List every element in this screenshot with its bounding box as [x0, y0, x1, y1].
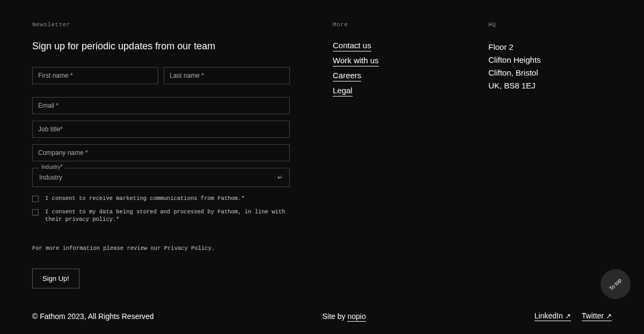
job-title-input[interactable] — [32, 121, 290, 138]
to-top-button[interactable]: To top — [601, 269, 631, 299]
marketing-consent-label: I consent to receive marketing communica… — [45, 195, 245, 203]
newsletter-heading: Sign up for periodic updates from our te… — [32, 41, 290, 52]
linkedin-label: LinkedIn — [535, 311, 563, 320]
company-name-input[interactable] — [32, 144, 290, 161]
industry-legend: Industry* — [39, 164, 64, 170]
last-name-input[interactable] — [164, 67, 290, 84]
external-arrow-icon: ↗ — [606, 312, 612, 320]
marketing-consent-row[interactable]: I consent to receive marketing communica… — [32, 195, 290, 203]
work-with-us-link[interactable]: Work with us — [333, 56, 379, 66]
privacy-consent-row[interactable]: I consent to my data being stored and pr… — [32, 208, 290, 224]
footer-bar: © Fathom 2023, All Rights Reserved Site … — [32, 311, 612, 321]
signup-button[interactable]: Sign Up! — [32, 269, 79, 288]
to-top-label: To top — [608, 277, 623, 291]
first-name-input[interactable] — [32, 67, 158, 84]
hq-label: HQ — [488, 21, 612, 28]
more-label: More — [333, 21, 445, 28]
industry-selected-value: Industry — [39, 174, 62, 181]
site-by-link[interactable]: nopio — [347, 312, 365, 322]
industry-select[interactable]: Industry* Industry ↵ — [32, 168, 290, 187]
address-line: Floor 2 — [488, 41, 612, 54]
legal-link[interactable]: Legal — [333, 86, 353, 97]
hq-section: HQ Floor 2 Clifton Heights Clifton, Bris… — [488, 21, 612, 288]
linkedin-link[interactable]: LinkedIn ↗ — [535, 311, 571, 321]
hq-address: Floor 2 Clifton Heights Clifton, Bristol… — [488, 41, 612, 92]
twitter-label: Twitter — [582, 311, 604, 320]
newsletter-label: Newsletter — [32, 21, 290, 28]
privacy-consent-label: I consent to my data being stored and pr… — [45, 208, 290, 224]
copyright-text: © Fathom 2023, All Rights Reserved — [32, 312, 154, 321]
chevron-down-icon: ↵ — [277, 174, 283, 181]
email-input[interactable] — [32, 97, 290, 114]
external-arrow-icon: ↗ — [565, 312, 571, 320]
address-line: Clifton Heights — [488, 54, 612, 66]
careers-link[interactable]: Careers — [333, 71, 361, 81]
newsletter-section: Newsletter Sign up for periodic updates … — [32, 21, 290, 288]
twitter-link[interactable]: Twitter ↗ — [582, 311, 612, 321]
more-section: More Contact us Work with us Careers Leg… — [333, 21, 445, 288]
checkbox-icon[interactable] — [32, 196, 39, 202]
address-line: Clifton, Bristol — [488, 66, 612, 79]
contact-link[interactable]: Contact us — [333, 41, 371, 51]
address-line: UK, BS8 1EJ — [488, 79, 612, 92]
privacy-note: For more information please review our P… — [32, 245, 290, 251]
site-by: Site by nopio — [323, 312, 366, 321]
checkbox-icon[interactable] — [32, 209, 39, 216]
site-by-prefix: Site by — [323, 312, 348, 321]
